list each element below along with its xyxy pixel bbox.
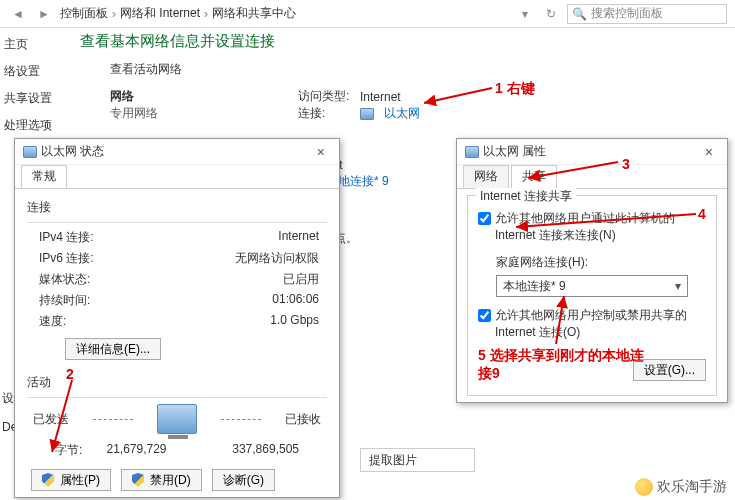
tab-networking[interactable]: 网络 (463, 165, 509, 188)
bytes-label: 字节: (55, 442, 82, 459)
chevron-right-icon: › (112, 7, 116, 21)
conn-label: 连接: (298, 105, 354, 122)
monitor-icon (23, 146, 37, 158)
dialog-titlebar[interactable]: 以太网 状态 × (15, 139, 339, 165)
page-title: 查看基本网络信息并设置连接 (80, 32, 735, 51)
active-network-1: 网络 专用网络 访问类型:Internet 连接:以太网 (110, 88, 735, 122)
extract-image-label[interactable]: 提取图片 (369, 452, 417, 469)
monitor-icon (360, 108, 374, 120)
home-conn-label: 家庭网络连接(H): (496, 254, 706, 271)
nav-fwd-icon[interactable]: ► (34, 4, 54, 24)
nav-item-trouble[interactable]: 处理选项 (4, 117, 56, 134)
search-icon: 🔍 (572, 7, 587, 21)
section-activity: 活动 (27, 374, 339, 391)
media-label: 媒体状态: (39, 271, 90, 288)
nav-item-home[interactable]: 主页 (4, 36, 56, 53)
tab-general[interactable]: 常规 (21, 165, 67, 188)
allow-control-checkbox[interactable] (478, 309, 491, 322)
nav-item-adapter[interactable]: 络设置 (4, 63, 56, 80)
groupbox-title: Internet 连接共享 (476, 188, 576, 205)
home-conn-value: 本地连接* 9 (503, 278, 566, 295)
bottom-toolbar: 提取图片 (360, 448, 475, 472)
subheading: 查看活动网络 (110, 61, 735, 78)
section-connection: 连接 (27, 199, 339, 216)
dialog-title-text: 以太网 属性 (483, 143, 546, 160)
address-bar: ◄ ► 控制面板 › 网络和 Internet › 网络和共享中心 ▾ ↻ 🔍 … (0, 0, 735, 28)
watermark: 欢乐淘手游 (635, 478, 727, 496)
allow-control-checkbox-row[interactable]: 允许其他网络用户控制或禁用共享的 Internet 连接(O) (478, 307, 706, 341)
nav-back-icon[interactable]: ◄ (8, 4, 28, 24)
diagnose-button[interactable]: 诊断(G) (212, 469, 275, 491)
media-value: 已启用 (283, 271, 319, 288)
disable-button[interactable]: 禁用(D) (121, 469, 202, 491)
dash-line-icon (93, 419, 133, 420)
recv-label: 已接收 (285, 411, 321, 428)
duration-value: 01:06:06 (272, 292, 319, 309)
button-row: 属性(P) 禁用(D) 诊断(G) (15, 461, 339, 499)
shield-icon (132, 473, 144, 487)
ics-settings-button[interactable]: 设置(G)... (633, 359, 706, 381)
activity-graphic: 已发送 已接收 (15, 404, 339, 434)
chevron-right-icon: › (204, 7, 208, 21)
ipv6-label: IPv6 连接: (39, 250, 94, 267)
tab-row: 常规 (15, 165, 339, 189)
details-button[interactable]: 详细信息(E)... (65, 338, 161, 360)
crumb-net[interactable]: 网络和 Internet (120, 5, 200, 22)
ipv6-value: 无网络访问权限 (235, 250, 319, 267)
ipv4-value: Internet (278, 229, 319, 246)
properties-button-label: 属性(P) (60, 472, 100, 489)
sent-label: 已发送 (33, 411, 69, 428)
network-type: 专用网络 (110, 105, 158, 122)
network-name: 网络 (110, 88, 158, 105)
refresh-icon[interactable]: ↻ (541, 4, 561, 24)
watermark-icon (635, 478, 653, 496)
close-icon[interactable]: × (699, 144, 719, 160)
speed-value: 1.0 Gbps (270, 313, 319, 330)
allow-share-checkbox[interactable] (478, 212, 491, 225)
disable-button-label: 禁用(D) (150, 472, 191, 489)
tab-row: 网络 共享 (457, 165, 727, 189)
nav-item-sharing[interactable]: 共享设置 (4, 90, 56, 107)
duration-label: 持续时间: (39, 292, 90, 309)
ipv4-label: IPv4 连接: (39, 229, 94, 246)
monitor-icon (465, 146, 479, 158)
ethernet-status-dialog: 以太网 状态 × 常规 连接 IPv4 连接:Internet IPv6 连接:… (14, 138, 340, 498)
tab-sharing[interactable]: 共享 (511, 165, 557, 188)
search-placeholder: 搜索控制面板 (591, 5, 663, 22)
left-nav: 主页 络设置 共享设置 处理选项 (0, 28, 60, 152)
breadcrumb[interactable]: 控制面板 › 网络和 Internet › 网络和共享中心 (60, 5, 509, 22)
bytes-sent: 21,679,729 (82, 442, 190, 459)
ics-groupbox: Internet 连接共享 允许其他网络用户通过此计算机的 Internet 连… (467, 195, 717, 396)
crumb-center[interactable]: 网络和共享中心 (212, 5, 296, 22)
speed-label: 速度: (39, 313, 66, 330)
computer-icon (157, 404, 197, 434)
dialog-titlebar[interactable]: 以太网 属性 × (457, 139, 727, 165)
search-input[interactable]: 🔍 搜索控制面板 (567, 4, 727, 24)
allow-share-checkbox-row[interactable]: 允许其他网络用户通过此计算机的 Internet 连接来连接(N) (478, 210, 706, 244)
allow-share-label: 允许其他网络用户通过此计算机的 Internet 连接来连接(N) (495, 210, 706, 244)
dialog-title-text: 以太网 状态 (41, 143, 104, 160)
watermark-text: 欢乐淘手游 (657, 478, 727, 496)
ethernet-properties-dialog: 以太网 属性 × 网络 共享 Internet 连接共享 允许其他网络用户通过此… (456, 138, 728, 403)
close-icon[interactable]: × (311, 144, 331, 160)
crumb-root[interactable]: 控制面板 (60, 5, 108, 22)
access-label: 访问类型: (298, 88, 354, 105)
allow-control-label: 允许其他网络用户控制或禁用共享的 Internet 连接(O) (495, 307, 706, 341)
home-conn-combobox[interactable]: 本地连接* 9 ▾ (496, 275, 688, 297)
properties-button[interactable]: 属性(P) (31, 469, 111, 491)
dropdown-icon[interactable]: ▾ (515, 4, 535, 24)
dash-line-icon (221, 419, 261, 420)
connection-link-ethernet[interactable]: 以太网 (384, 105, 420, 122)
bytes-recv: 337,869,505 (191, 442, 299, 459)
shield-icon (42, 473, 54, 487)
access-value: Internet (360, 90, 401, 104)
chevron-down-icon: ▾ (675, 279, 681, 293)
